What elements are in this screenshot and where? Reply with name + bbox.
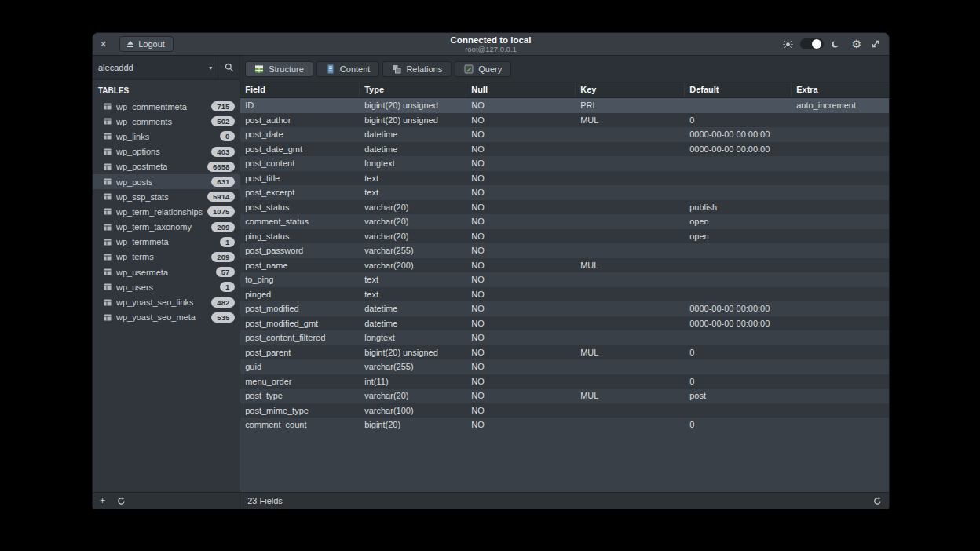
sidebar-item-wp_yoast_seo_meta[interactable]: wp_yoast_seo_meta 535 bbox=[93, 310, 240, 325]
table-name: wp_options bbox=[116, 147, 160, 156]
cell-null: NO bbox=[466, 243, 576, 258]
table-row[interactable]: post_title text NO bbox=[240, 171, 889, 186]
connection-host: root@127.0.0.1 bbox=[93, 45, 889, 53]
column-header-field[interactable]: Field bbox=[240, 82, 360, 97]
add-table-icon[interactable]: + bbox=[100, 496, 105, 505]
sidebar-item-wp_yoast_seo_links[interactable]: wp_yoast_seo_links 482 bbox=[93, 294, 240, 309]
table-icon bbox=[104, 239, 112, 246]
cell-type: longtext bbox=[360, 330, 466, 345]
column-header-key[interactable]: Key bbox=[576, 82, 685, 97]
table-row[interactable]: post_mime_type varchar(100) NO bbox=[240, 403, 889, 418]
cell-default: 0 bbox=[685, 374, 792, 389]
table-row[interactable]: post_excerpt text NO bbox=[240, 185, 889, 200]
cell-type: text bbox=[360, 171, 466, 186]
cell-type: longtext bbox=[360, 156, 466, 171]
sidebar-item-wp_ssp_stats[interactable]: wp_ssp_stats 5914 bbox=[93, 189, 240, 204]
cell-field: post_mime_type bbox=[240, 403, 360, 418]
cell-null: NO bbox=[466, 214, 576, 229]
table-row[interactable]: comment_count bigint(20) NO 0 bbox=[240, 418, 889, 432]
table-icon bbox=[104, 268, 112, 276]
table-name: wp_comments bbox=[116, 117, 172, 126]
sidebar-item-wp_users[interactable]: wp_users 1 bbox=[93, 279, 240, 294]
cell-type: varchar(20) bbox=[360, 200, 466, 215]
sidebar-item-wp_postmeta[interactable]: wp_postmeta 6658 bbox=[93, 159, 240, 174]
column-header-extra[interactable]: Extra bbox=[792, 82, 889, 97]
table-icon bbox=[104, 148, 112, 155]
cell-null: NO bbox=[466, 156, 576, 171]
table-row[interactable]: menu_order int(11) NO 0 bbox=[240, 374, 889, 389]
sidebar-item-wp_comments[interactable]: wp_comments 502 bbox=[93, 114, 240, 129]
tab-structure[interactable]: Structure bbox=[245, 61, 313, 77]
cell-null: NO bbox=[466, 272, 576, 287]
table-row[interactable]: ID bigint(20) unsigned NO PRI auto_incre… bbox=[240, 98, 889, 113]
table-row[interactable]: to_ping text NO bbox=[240, 272, 889, 287]
table-row[interactable]: post_author bigint(20) unsigned NO MUL 0 bbox=[240, 113, 889, 128]
tab-label: Relations bbox=[406, 64, 442, 74]
sidebar-item-wp_term_taxonomy[interactable]: wp_term_taxonomy 209 bbox=[93, 220, 240, 235]
eject-icon bbox=[126, 40, 134, 48]
tab-content[interactable]: Content bbox=[316, 61, 380, 77]
tab-query[interactable]: Query bbox=[455, 61, 511, 77]
sidebar: alecaddd ▾ TABLES bbox=[93, 56, 240, 509]
table-row[interactable]: post_parent bigint(20) unsigned NO MUL 0 bbox=[240, 345, 889, 360]
table-row[interactable]: post_type varchar(20) NO MUL post bbox=[240, 389, 889, 403]
column-header-null[interactable]: Null bbox=[466, 82, 576, 97]
cell-type: varchar(200) bbox=[360, 258, 466, 273]
table-row[interactable]: post_name varchar(200) NO MUL bbox=[240, 258, 889, 273]
cell-default: 0000-00-00 00:00:00 bbox=[685, 127, 792, 142]
sidebar-item-wp_commentmeta[interactable]: wp_commentmeta 715 bbox=[93, 99, 240, 114]
cell-field: ping_status bbox=[240, 229, 360, 244]
cell-null: NO bbox=[466, 418, 576, 432]
cell-field: post_date_gmt bbox=[240, 142, 360, 157]
table-empty-area bbox=[240, 432, 889, 493]
tab-label: Structure bbox=[269, 64, 304, 74]
table-icon bbox=[104, 178, 112, 185]
table-row[interactable]: post_date datetime NO 0000-00-00 00:00:0… bbox=[240, 127, 889, 142]
dark-mode-toggle[interactable] bbox=[800, 38, 824, 49]
column-header-type[interactable]: Type bbox=[360, 82, 466, 97]
structure-icon bbox=[254, 64, 264, 74]
main-panel: Structure Content bbox=[240, 56, 889, 509]
cell-null: NO bbox=[466, 200, 576, 215]
cell-null: NO bbox=[466, 403, 576, 418]
table-row[interactable]: post_content longtext NO bbox=[240, 156, 889, 171]
sidebar-item-wp_links[interactable]: wp_links 0 bbox=[93, 129, 240, 144]
table-row[interactable]: guid varchar(255) NO bbox=[240, 359, 889, 374]
tab-relations[interactable]: Relations bbox=[382, 61, 452, 77]
sidebar-item-wp_terms[interactable]: wp_terms 209 bbox=[93, 250, 240, 265]
table-icon bbox=[104, 103, 112, 110]
cell-type: datetime bbox=[360, 316, 466, 331]
table-name: wp_posts bbox=[116, 177, 152, 187]
sidebar-item-wp_options[interactable]: wp_options 403 bbox=[93, 144, 240, 159]
sidebar-item-wp_termmeta[interactable]: wp_termmeta 1 bbox=[93, 235, 240, 250]
sidebar-item-wp_posts[interactable]: wp_posts 631 bbox=[93, 174, 240, 189]
settings-gear-icon[interactable]: ⚙ bbox=[851, 38, 861, 49]
table-row[interactable]: ping_status varchar(20) NO open bbox=[240, 229, 889, 244]
column-header-default[interactable]: Default bbox=[685, 82, 792, 97]
cell-field: ID bbox=[240, 98, 360, 113]
table-row[interactable]: post_password varchar(255) NO bbox=[240, 243, 889, 258]
table-name: wp_yoast_seo_meta bbox=[116, 312, 196, 322]
row-count-badge: 6658 bbox=[207, 162, 235, 172]
refresh-structure-icon[interactable] bbox=[873, 497, 882, 505]
table-row[interactable]: comment_status varchar(20) NO open bbox=[240, 214, 889, 229]
row-count-badge: 57 bbox=[216, 267, 236, 277]
table-row[interactable]: post_content_filtered longtext NO bbox=[240, 330, 889, 345]
close-window-icon[interactable]: ✕ bbox=[100, 40, 107, 49]
sidebar-item-wp_usermeta[interactable]: wp_usermeta 57 bbox=[93, 265, 240, 279]
table-row[interactable]: post_modified datetime NO 0000-00-00 00:… bbox=[240, 301, 889, 316]
table-row[interactable]: post_modified_gmt datetime NO 0000-00-00… bbox=[240, 316, 889, 331]
refresh-tables-icon[interactable] bbox=[117, 497, 126, 505]
table-icon bbox=[104, 163, 112, 170]
fullscreen-expand-icon[interactable] bbox=[871, 39, 880, 49]
database-dropdown[interactable]: alecaddd ▾ bbox=[93, 56, 218, 79]
cell-type: text bbox=[360, 287, 466, 302]
search-tables-button[interactable] bbox=[218, 56, 240, 79]
table-row[interactable]: post_date_gmt datetime NO 0000-00-00 00:… bbox=[240, 142, 889, 157]
row-count-badge: 1075 bbox=[207, 206, 235, 217]
table-row[interactable]: post_status varchar(20) NO publish bbox=[240, 200, 889, 215]
sidebar-item-wp_term_relationships[interactable]: wp_term_relationships 1075 bbox=[93, 204, 240, 219]
table-row[interactable]: pinged text NO bbox=[240, 287, 889, 302]
cell-field: post_content_filtered bbox=[240, 330, 360, 345]
logout-button[interactable]: Logout bbox=[119, 36, 174, 52]
